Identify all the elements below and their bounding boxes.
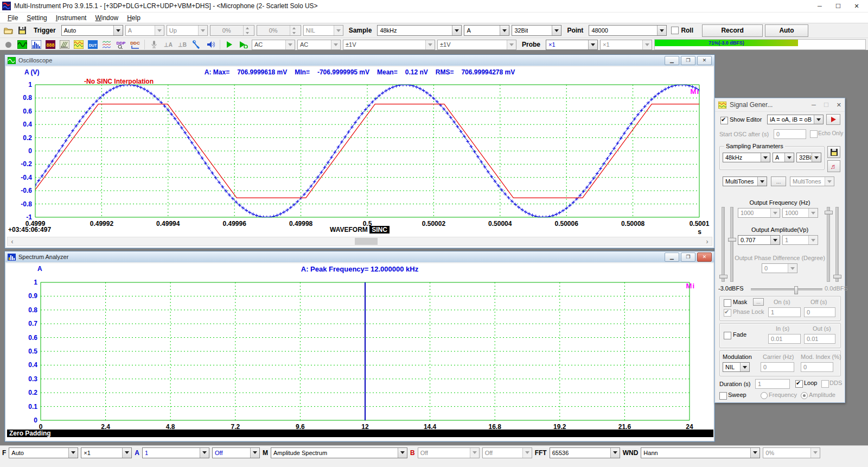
- loop-checkbox[interactable]: [795, 380, 803, 388]
- phase-difference-select[interactable]: 0: [762, 263, 797, 273]
- menu-help[interactable]: Help: [123, 14, 145, 22]
- spectrum-titlebar[interactable]: Spectrum Analyzer ▁ ❐ ✕: [5, 251, 714, 262]
- menu-window[interactable]: Window: [91, 14, 123, 22]
- overlap-select[interactable]: 0%: [763, 447, 820, 458]
- mask-off-input[interactable]: 0: [804, 307, 835, 317]
- spin-down-icon[interactable]: [244, 30, 252, 35]
- run-record-icon[interactable]: [238, 39, 250, 50]
- dut-panel-icon[interactable]: DUT: [87, 39, 99, 50]
- probe-calibration-icon[interactable]: [190, 39, 202, 50]
- maximize-button[interactable]: ☐: [824, 102, 829, 109]
- fade-in-input[interactable]: 0.01: [768, 334, 801, 344]
- ddp-viewer-icon[interactable]: DDP: [115, 39, 127, 50]
- sample-channel-select[interactable]: A: [464, 25, 509, 36]
- minimize-button[interactable]: ─: [812, 102, 816, 108]
- trigger-delay-stepper[interactable]: 0%: [257, 25, 301, 36]
- ddc-icon[interactable]: DDC: [129, 39, 141, 50]
- generator-sample-rate-select[interactable]: 48kHz: [723, 153, 770, 162]
- frequency-axis-select[interactable]: Auto: [9, 447, 78, 458]
- close-button[interactable]: ✕: [837, 102, 841, 109]
- close-button[interactable]: ✕: [847, 1, 866, 11]
- waveform-a-select[interactable]: MultiTones: [723, 176, 767, 186]
- auto-button[interactable]: Auto: [765, 24, 808, 37]
- generator-channel-select[interactable]: A: [773, 153, 794, 162]
- spin-up-icon[interactable]: [244, 26, 252, 30]
- amplitude-a-select[interactable]: 0.707: [738, 235, 780, 245]
- trigger-source-select[interactable]: A: [125, 25, 164, 36]
- window-function-select[interactable]: Hann: [641, 447, 760, 458]
- range-a-select[interactable]: ±1V: [343, 40, 435, 50]
- save-button[interactable]: [16, 25, 28, 36]
- mask-editor-button[interactable]: ...: [753, 298, 764, 306]
- stop-icon[interactable]: [2, 39, 14, 50]
- amplitude-slider-b-inner[interactable]: [827, 207, 830, 282]
- run-icon[interactable]: [224, 39, 235, 50]
- frequency-b-select[interactable]: 1000: [782, 208, 818, 218]
- generator-bits-select[interactable]: 32Bit: [796, 153, 821, 162]
- spin-up-icon[interactable]: [290, 26, 298, 30]
- speaker-icon[interactable]: [205, 39, 216, 50]
- sample-rate-select[interactable]: 48kHz: [377, 25, 462, 36]
- fade-out-input[interactable]: 0.01: [804, 334, 835, 344]
- input-b-icon[interactable]: ⊥B: [176, 39, 188, 50]
- coupling-a-select[interactable]: AC: [252, 40, 295, 50]
- routing-select[interactable]: iA = oA, iB = oB: [767, 115, 824, 124]
- scrollbar-thumb[interactable]: [355, 238, 378, 245]
- generator-run-button[interactable]: [826, 114, 840, 125]
- coupling-b-select[interactable]: AC: [297, 40, 341, 50]
- carrier-input[interactable]: 0: [761, 362, 794, 372]
- show-editor-checkbox[interactable]: [720, 117, 728, 124]
- amplitude-b-select[interactable]: 1: [782, 235, 818, 245]
- oscilloscope-titlebar[interactable]: Oscilloscope ▁ ❐ ✕: [5, 55, 714, 66]
- mask-checkbox[interactable]: [724, 299, 731, 307]
- echo-only-checkbox[interactable]: [810, 130, 818, 138]
- music-library-button[interactable]: ♬: [827, 160, 840, 172]
- dds-checkbox[interactable]: [821, 380, 829, 388]
- probe-a-select[interactable]: ×1: [546, 40, 598, 50]
- range-b-select[interactable]: ±1V: [437, 40, 516, 50]
- a-scale-select[interactable]: 1: [142, 447, 209, 458]
- multimeter-icon[interactable]: 888: [44, 39, 56, 50]
- phase-lock-checkbox[interactable]: [724, 309, 731, 317]
- minimize-button[interactable]: ▁: [665, 56, 679, 65]
- mask-on-input[interactable]: 1: [768, 307, 801, 317]
- mod-index-input[interactable]: 0: [801, 362, 833, 372]
- b-persistence-select[interactable]: Off: [482, 447, 532, 458]
- restore-button[interactable]: ❐: [681, 56, 695, 65]
- probe-b-select[interactable]: ×1: [600, 40, 652, 50]
- scroll-right-icon[interactable]: ›: [703, 237, 712, 245]
- spectrum-3d-plot-icon[interactable]: [59, 39, 71, 50]
- modulation-type-select[interactable]: NIL: [723, 362, 750, 372]
- data-logger-icon[interactable]: [73, 39, 85, 50]
- measurement-select[interactable]: Amplitude Spectrum: [271, 447, 407, 458]
- maximize-button[interactable]: ☐: [829, 1, 847, 11]
- minimize-button[interactable]: ▁: [665, 253, 679, 262]
- duration-input[interactable]: 1: [755, 379, 790, 389]
- close-button[interactable]: ✕: [697, 253, 712, 262]
- input-a-icon[interactable]: ⊥A: [162, 39, 174, 50]
- trigger-level-stepper[interactable]: 0%: [210, 25, 254, 36]
- sweep-checkbox[interactable]: [719, 392, 727, 400]
- waveform-b-select[interactable]: MultiTones: [790, 176, 834, 186]
- amplitude-slider-a-outer[interactable]: [722, 207, 725, 282]
- spectrum-analyzer-icon[interactable]: [30, 39, 42, 50]
- trigger-frequency-select[interactable]: NIL: [303, 25, 343, 36]
- close-button[interactable]: ✕: [697, 56, 712, 65]
- sweep-frequency-radio[interactable]: [761, 392, 768, 399]
- start-osc-input[interactable]: 0: [774, 129, 806, 139]
- amplitude-slider-a-inner[interactable]: [730, 207, 733, 282]
- signal-generator-titlebar[interactable]: Signal Gener... ─ ☐ ✕: [715, 98, 845, 112]
- x-multiplier-select[interactable]: ×1: [81, 447, 132, 458]
- frequency-a-select[interactable]: 1000: [738, 208, 780, 218]
- minimize-button[interactable]: ─: [810, 1, 829, 11]
- b-scale-select[interactable]: Off: [418, 447, 480, 458]
- sweep-amplitude-radio[interactable]: [801, 392, 808, 399]
- sinc-toggle[interactable]: SINC: [369, 226, 390, 234]
- amplitude-slider-b-outer[interactable]: [835, 207, 839, 282]
- point-count-select[interactable]: 48000: [589, 25, 667, 36]
- roll-checkbox-box[interactable]: [671, 27, 679, 34]
- roll-checkbox[interactable]: Roll: [671, 27, 693, 34]
- fft-size-select[interactable]: 65536: [550, 447, 620, 458]
- open-file-button[interactable]: [2, 25, 14, 36]
- trigger-mode-select[interactable]: Auto: [61, 25, 123, 36]
